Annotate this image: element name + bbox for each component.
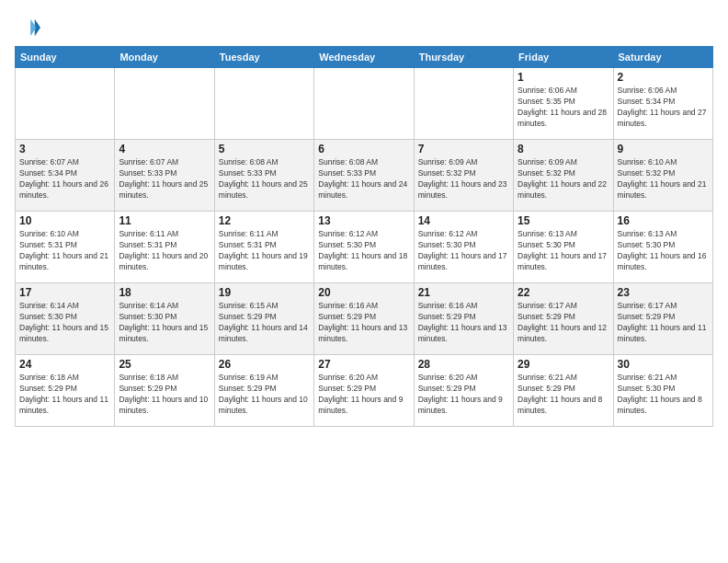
day-info: Sunrise: 6:09 AM Sunset: 5:32 PM Dayligh… — [418, 157, 509, 201]
calendar-cell — [115, 68, 214, 140]
day-info: Sunrise: 6:08 AM Sunset: 5:33 PM Dayligh… — [318, 157, 409, 201]
weekday-header-friday: Friday — [514, 47, 613, 68]
calendar-cell: 19Sunrise: 6:15 AM Sunset: 5:29 PM Dayli… — [214, 283, 313, 355]
day-number: 17 — [19, 286, 110, 299]
day-info: Sunrise: 6:13 AM Sunset: 5:30 PM Dayligh… — [518, 229, 609, 273]
day-number: 4 — [119, 143, 210, 155]
week-row-4: 17Sunrise: 6:14 AM Sunset: 5:30 PM Dayli… — [16, 283, 713, 355]
day-info: Sunrise: 6:14 AM Sunset: 5:30 PM Dayligh… — [119, 301, 210, 345]
day-info: Sunrise: 6:13 AM Sunset: 5:30 PM Dayligh… — [618, 229, 709, 273]
day-info: Sunrise: 6:07 AM Sunset: 5:33 PM Dayligh… — [119, 157, 210, 201]
calendar-cell — [414, 68, 513, 140]
day-number: 16 — [618, 214, 709, 227]
day-number: 13 — [318, 214, 409, 227]
day-info: Sunrise: 6:10 AM Sunset: 5:32 PM Dayligh… — [618, 157, 709, 201]
calendar-cell: 7Sunrise: 6:09 AM Sunset: 5:32 PM Daylig… — [414, 140, 513, 212]
day-number: 21 — [418, 286, 509, 299]
day-info: Sunrise: 6:06 AM Sunset: 5:35 PM Dayligh… — [518, 86, 609, 130]
day-number: 7 — [418, 143, 509, 155]
day-number: 29 — [518, 358, 609, 371]
day-info: Sunrise: 6:11 AM Sunset: 5:31 PM Dayligh… — [219, 229, 310, 273]
calendar-table: SundayMondayTuesdayWednesdayThursdayFrid… — [15, 46, 713, 427]
calendar-cell: 20Sunrise: 6:16 AM Sunset: 5:29 PM Dayli… — [314, 283, 414, 355]
day-number: 25 — [119, 358, 210, 371]
calendar-cell: 1Sunrise: 6:06 AM Sunset: 5:35 PM Daylig… — [514, 68, 613, 140]
day-number: 23 — [618, 286, 709, 299]
calendar-cell: 29Sunrise: 6:21 AM Sunset: 5:29 PM Dayli… — [514, 355, 613, 427]
day-number: 11 — [119, 214, 210, 227]
day-number: 10 — [19, 214, 110, 227]
day-number: 19 — [219, 286, 310, 299]
calendar-cell: 3Sunrise: 6:07 AM Sunset: 5:34 PM Daylig… — [16, 140, 115, 212]
day-info: Sunrise: 6:21 AM Sunset: 5:30 PM Dayligh… — [618, 373, 709, 417]
day-info: Sunrise: 6:15 AM Sunset: 5:29 PM Dayligh… — [219, 301, 310, 345]
day-info: Sunrise: 6:12 AM Sunset: 5:30 PM Dayligh… — [418, 229, 509, 273]
calendar-cell: 26Sunrise: 6:19 AM Sunset: 5:29 PM Dayli… — [214, 355, 313, 427]
day-number: 26 — [219, 358, 310, 371]
week-row-5: 24Sunrise: 6:18 AM Sunset: 5:29 PM Dayli… — [16, 355, 713, 427]
calendar-cell: 16Sunrise: 6:13 AM Sunset: 5:30 PM Dayli… — [613, 212, 712, 283]
day-number: 2 — [618, 71, 709, 84]
calendar-cell: 15Sunrise: 6:13 AM Sunset: 5:30 PM Dayli… — [514, 212, 613, 283]
day-info: Sunrise: 6:20 AM Sunset: 5:29 PM Dayligh… — [418, 373, 509, 417]
calendar-cell: 28Sunrise: 6:20 AM Sunset: 5:29 PM Dayli… — [414, 355, 513, 427]
day-info: Sunrise: 6:10 AM Sunset: 5:31 PM Dayligh… — [19, 229, 110, 273]
day-info: Sunrise: 6:18 AM Sunset: 5:29 PM Dayligh… — [19, 373, 110, 417]
day-number: 22 — [518, 286, 609, 299]
day-number: 15 — [518, 214, 609, 227]
calendar-cell: 12Sunrise: 6:11 AM Sunset: 5:31 PM Dayli… — [214, 212, 313, 283]
day-info: Sunrise: 6:09 AM Sunset: 5:32 PM Dayligh… — [518, 157, 609, 201]
calendar-cell: 5Sunrise: 6:08 AM Sunset: 5:33 PM Daylig… — [214, 140, 313, 212]
calendar-cell: 10Sunrise: 6:10 AM Sunset: 5:31 PM Dayli… — [16, 212, 115, 283]
week-row-2: 3Sunrise: 6:07 AM Sunset: 5:34 PM Daylig… — [16, 140, 713, 212]
calendar-cell: 18Sunrise: 6:14 AM Sunset: 5:30 PM Dayli… — [115, 283, 214, 355]
calendar-cell: 6Sunrise: 6:08 AM Sunset: 5:33 PM Daylig… — [314, 140, 414, 212]
weekday-header-tuesday: Tuesday — [214, 47, 313, 68]
weekday-header-sunday: Sunday — [16, 47, 115, 68]
day-info: Sunrise: 6:21 AM Sunset: 5:29 PM Dayligh… — [518, 373, 609, 417]
day-number: 8 — [518, 143, 609, 155]
calendar-cell: 2Sunrise: 6:06 AM Sunset: 5:34 PM Daylig… — [613, 68, 712, 140]
weekday-header-monday: Monday — [115, 47, 214, 68]
day-number: 6 — [318, 143, 409, 155]
calendar-cell: 27Sunrise: 6:20 AM Sunset: 5:29 PM Dayli… — [314, 355, 414, 427]
day-number: 18 — [119, 286, 210, 299]
day-number: 1 — [518, 71, 609, 84]
calendar-cell: 22Sunrise: 6:17 AM Sunset: 5:29 PM Dayli… — [514, 283, 613, 355]
day-info: Sunrise: 6:11 AM Sunset: 5:31 PM Dayligh… — [119, 229, 210, 273]
calendar-cell: 24Sunrise: 6:18 AM Sunset: 5:29 PM Dayli… — [16, 355, 115, 427]
header — [15, 11, 713, 40]
day-number: 20 — [318, 286, 409, 299]
weekday-header-wednesday: Wednesday — [314, 47, 414, 68]
calendar-cell: 23Sunrise: 6:17 AM Sunset: 5:29 PM Dayli… — [613, 283, 712, 355]
page-container: SundayMondayTuesdayWednesdayThursdayFrid… — [0, 0, 728, 434]
calendar-cell — [16, 68, 115, 140]
day-number: 27 — [318, 358, 409, 371]
day-info: Sunrise: 6:17 AM Sunset: 5:29 PM Dayligh… — [518, 301, 609, 345]
day-number: 30 — [618, 358, 709, 371]
weekday-header-row: SundayMondayTuesdayWednesdayThursdayFrid… — [16, 47, 713, 68]
day-number: 3 — [19, 143, 110, 155]
day-info: Sunrise: 6:12 AM Sunset: 5:30 PM Dayligh… — [318, 229, 409, 273]
day-info: Sunrise: 6:16 AM Sunset: 5:29 PM Dayligh… — [418, 301, 509, 345]
day-number: 14 — [418, 214, 509, 227]
weekday-header-saturday: Saturday — [613, 47, 712, 68]
day-number: 24 — [19, 358, 110, 371]
calendar-cell: 9Sunrise: 6:10 AM Sunset: 5:32 PM Daylig… — [613, 140, 712, 212]
calendar-cell: 25Sunrise: 6:18 AM Sunset: 5:29 PM Dayli… — [115, 355, 214, 427]
weekday-header-thursday: Thursday — [414, 47, 513, 68]
day-info: Sunrise: 6:06 AM Sunset: 5:34 PM Dayligh… — [618, 86, 709, 130]
day-info: Sunrise: 6:17 AM Sunset: 5:29 PM Dayligh… — [618, 301, 709, 345]
day-number: 5 — [219, 143, 310, 155]
day-number: 9 — [618, 143, 709, 155]
calendar-cell: 30Sunrise: 6:21 AM Sunset: 5:30 PM Dayli… — [613, 355, 712, 427]
week-row-3: 10Sunrise: 6:10 AM Sunset: 5:31 PM Dayli… — [16, 212, 713, 283]
calendar-cell: 13Sunrise: 6:12 AM Sunset: 5:30 PM Dayli… — [314, 212, 414, 283]
day-info: Sunrise: 6:20 AM Sunset: 5:29 PM Dayligh… — [318, 373, 409, 417]
day-number: 28 — [418, 358, 509, 371]
calendar-cell — [314, 68, 414, 140]
calendar-cell: 21Sunrise: 6:16 AM Sunset: 5:29 PM Dayli… — [414, 283, 513, 355]
calendar-cell: 17Sunrise: 6:14 AM Sunset: 5:30 PM Dayli… — [16, 283, 115, 355]
day-info: Sunrise: 6:07 AM Sunset: 5:34 PM Dayligh… — [19, 157, 110, 201]
day-info: Sunrise: 6:18 AM Sunset: 5:29 PM Dayligh… — [119, 373, 210, 417]
